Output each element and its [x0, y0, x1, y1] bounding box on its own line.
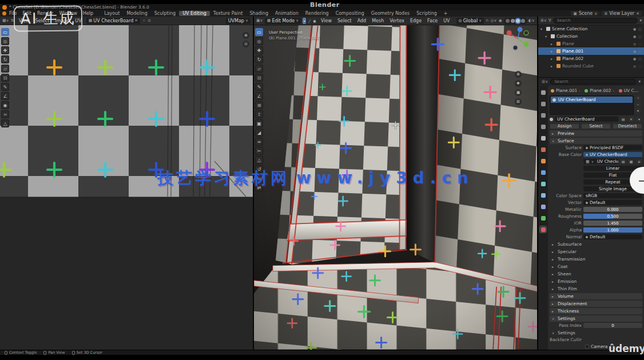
uvmap-selector[interactable]: UVMap∨	[226, 18, 251, 24]
props-tab-object[interactable]	[540, 158, 546, 164]
props-tab-output[interactable]	[540, 112, 546, 118]
collapsed-panel-header[interactable]: ▸Subsurface	[550, 241, 642, 247]
viewport-menu-item[interactable]: Select	[335, 18, 355, 23]
material-preview-icon[interactable]	[516, 19, 520, 23]
props-tab-render[interactable]	[540, 101, 546, 107]
zoom-out-icon[interactable]: ⊙	[243, 41, 249, 47]
tool-measure[interactable]: ∠	[255, 92, 263, 100]
material-name-field[interactable]: UV CheckerBoard	[555, 117, 618, 122]
viewport-menu-item[interactable]: Edge	[407, 18, 424, 23]
zoom-in-icon[interactable]: ⊕	[243, 32, 249, 39]
workspace-tab[interactable]: Layout	[101, 11, 123, 16]
props-tab-world[interactable]	[540, 146, 546, 153]
outliner-search-input[interactable]	[553, 18, 638, 23]
tool-tweak[interactable]: ▭	[1, 28, 9, 36]
value-slider[interactable]: 1.450	[583, 221, 642, 226]
collapsed-panel-header[interactable]: ▸Thin Film	[550, 286, 642, 292]
tool-extrude[interactable]: ⇧	[255, 110, 263, 118]
tool-measure[interactable]: ∠	[1, 92, 9, 100]
menu-item[interactable]: Help	[80, 11, 96, 16]
tool-move[interactable]: ✚	[1, 46, 9, 54]
vector-field[interactable]: Default	[583, 200, 642, 205]
pin-icon[interactable]: ⊙	[148, 18, 151, 23]
hide-eye-icon[interactable]: ●	[633, 42, 636, 46]
collapsed-panel-header[interactable]: ▸Displacement	[550, 301, 642, 307]
props-tab-view-layer[interactable]	[540, 123, 546, 130]
collapsed-panel-header[interactable]: ▸Thickness	[550, 308, 642, 314]
camera-visibility-icon[interactable]: ▢	[638, 27, 642, 31]
slot-specials-button[interactable]: ▾	[635, 108, 641, 113]
workspace-tab[interactable]: +	[440, 11, 451, 16]
editor-type-icon[interactable]: ▣∨	[256, 18, 263, 23]
base-color-field[interactable]: UV CheckerBoard	[583, 152, 642, 157]
viewport-menu-item[interactable]: Add	[355, 18, 369, 23]
mode-selector[interactable]: ▦ Edit Mode∨	[265, 18, 301, 24]
collapsed-panel-header[interactable]: ▸Volume	[550, 293, 642, 299]
checkbox[interactable]: ✓	[585, 345, 589, 349]
tool-cursor[interactable]: ◎	[1, 37, 9, 45]
material-slot-list[interactable]: UV CheckerBoard	[550, 95, 634, 115]
settings-subpanel-header[interactable]: ∨Settings	[550, 330, 642, 336]
tool-transform[interactable]: ⊡	[1, 74, 9, 82]
value-slider[interactable]: 1.000	[583, 227, 642, 233]
properties-search-input[interactable]	[550, 79, 636, 85]
hide-eye-icon[interactable]: ●	[633, 27, 636, 31]
tool-poly-build[interactable]: △	[255, 156, 263, 164]
tool-annotate[interactable]: ✎	[255, 83, 263, 91]
tool-rotate[interactable]: ↻	[1, 55, 9, 63]
props-tab-modifiers[interactable]	[540, 169, 546, 175]
slot-action-button[interactable]: Assign	[550, 123, 579, 129]
image-specials-icon[interactable]: ≡	[636, 159, 642, 164]
workspace-tab[interactable]: Geometry Nodes	[368, 11, 413, 16]
copy-image-icon[interactable]: ▤	[620, 159, 626, 164]
workspace-tab[interactable]: Modeling	[123, 11, 150, 16]
viewport-menu-item[interactable]: UV	[440, 18, 452, 23]
collapsed-panel-header[interactable]: ▸Sheen	[550, 271, 642, 277]
tool-bevel[interactable]: ◢	[255, 129, 263, 137]
tool-move[interactable]: ✚	[255, 46, 263, 54]
breadcrumb-object[interactable]: Plane.001	[556, 88, 577, 93]
camera-view-icon[interactable]: ▣	[515, 89, 522, 96]
wireframe-shading-icon[interactable]	[506, 19, 510, 23]
tool-scale[interactable]: ▱	[255, 65, 263, 73]
collapsed-panel-header[interactable]: ▸Transmission	[550, 256, 642, 262]
add-slot-button[interactable]: ＋	[635, 95, 641, 101]
viewport-menu-item[interactable]: Mesh	[369, 18, 387, 23]
value-slider[interactable]: 0.500	[583, 214, 642, 219]
surface-panel-header[interactable]: ∨Surface	[550, 138, 642, 144]
slot-action-button[interactable]: Deselect	[613, 123, 642, 129]
zoom-view-icon[interactable]: ⊕	[515, 71, 522, 78]
tool-select-box[interactable]: ▭	[255, 28, 263, 36]
edge-select-button[interactable]: ╱	[308, 18, 311, 24]
slot-action-button[interactable]: Select	[581, 123, 611, 129]
camera-visibility-icon[interactable]: ▢	[638, 42, 642, 46]
editor-type-icon[interactable]: ≣∨	[540, 18, 547, 23]
viewport-menu-item[interactable]: View	[318, 18, 335, 23]
Plane.002[interactable]: ▸ Plane.002 ●▢	[538, 55, 644, 62]
tool-add-cube[interactable]: ⊞	[255, 101, 263, 109]
display-options-icon[interactable]: ▾	[639, 18, 642, 23]
pivot-point-icon[interactable]: ◎∨	[490, 18, 496, 23]
props-tab-tool[interactable]	[540, 89, 546, 95]
workspace-tab[interactable]: Animation	[272, 11, 302, 16]
new-image-icon[interactable]: ＋	[142, 18, 146, 23]
tool-loop-cut[interactable]: ≡	[255, 138, 263, 146]
orientation-selector[interactable]: ◍Global∨	[456, 18, 484, 24]
tool-knife[interactable]: ✂	[255, 147, 263, 155]
workspace-tab[interactable]: UV Editing	[179, 11, 210, 16]
tool-pinch[interactable]: △	[1, 119, 9, 127]
view-layer-selector[interactable]: ≣View Layer✕	[602, 11, 642, 16]
material-slot-row[interactable]: UV CheckerBoard	[551, 97, 633, 103]
remove-slot-button[interactable]: −	[635, 102, 641, 107]
preview-panel-header[interactable]: ▸Preview	[550, 130, 642, 137]
camera-visibility-icon[interactable]: ▢	[638, 64, 642, 68]
unlink-icon[interactable]: ✕	[134, 18, 138, 23]
collapsed-panel-header[interactable]: ▸Emission	[550, 278, 642, 285]
fake-user-icon[interactable]: ▤	[620, 117, 626, 122]
options-icon[interactable]: ▾	[638, 79, 641, 84]
tool-inset[interactable]: ▣	[255, 119, 263, 127]
solid-shading-icon[interactable]	[511, 19, 515, 23]
filter-icon[interactable]: ∇	[548, 18, 551, 23]
workspace-tab[interactable]: Shading	[246, 11, 272, 16]
props-tab-constraints[interactable]	[540, 203, 546, 210]
